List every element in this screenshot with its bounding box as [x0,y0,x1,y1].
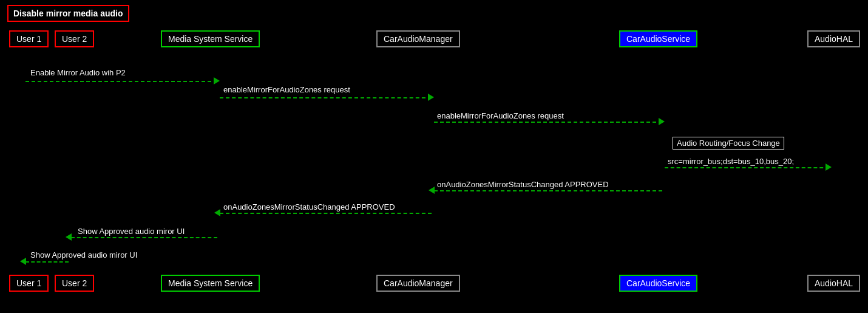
actor-user2-bottom: User 2 [55,275,94,292]
actor-mss-bottom: Media System Service [161,275,260,292]
msg2-label: enableMirrorForAudioZones request [223,85,350,94]
msg6-line [434,190,662,191]
actor-cas-top: CarAudioService [619,30,697,47]
actor-ahl-top: AudioHAL [807,30,860,47]
msg7-line [220,213,432,214]
title-text: Disable mirror media audio [13,9,123,18]
msg7-arrow [214,209,220,216]
actor-mss-top: Media System Service [161,30,260,47]
actor-ahl-bottom: AudioHAL [807,275,860,292]
actor-cas-bottom: CarAudioService [619,275,697,292]
msg9-arrow [20,258,26,265]
msg1-label: Enable Mirror Audio wih P2 [30,68,126,77]
msg7-label: onAudioZonesMirrorStatusChanged APPROVED [223,202,395,212]
msg1-line [25,81,217,82]
msg5-line [665,167,829,168]
msg8-line [71,237,217,238]
title-box: Disable mirror media audio [7,5,129,22]
msg6-label: onAudioZonesMirrorStatusChanged APPROVED [437,180,609,189]
actor-user1-top: User 1 [9,30,49,47]
msg3-line [434,122,662,123]
actor-user2-top: User 2 [55,30,94,47]
msg3-label: enableMirrorForAudioZones request [437,111,564,120]
note-routing: Audio Routing/Focus Change [673,137,784,150]
diagram: Disable mirror media audio User 1 User 2… [0,0,868,313]
msg8-label: Show Approved audio miror UI [78,227,185,236]
msg6-arrow [429,187,435,194]
msg2-arrow [428,94,434,101]
msg3-arrow [659,118,665,125]
actor-user1-bottom: User 1 [9,275,49,292]
actor-cam-top: CarAudioManager [376,30,460,47]
actor-cam-bottom: CarAudioManager [376,275,460,292]
msg5-label: src=mirror_bus;dst=bus_10,bus_20; [668,157,794,166]
msg5-arrow [826,163,832,171]
msg9-label: Show Approved audio miror UI [30,250,137,260]
msg1-arrow [214,77,220,84]
msg8-arrow [66,233,72,241]
msg2-line [220,97,432,98]
msg9-line [25,261,69,263]
